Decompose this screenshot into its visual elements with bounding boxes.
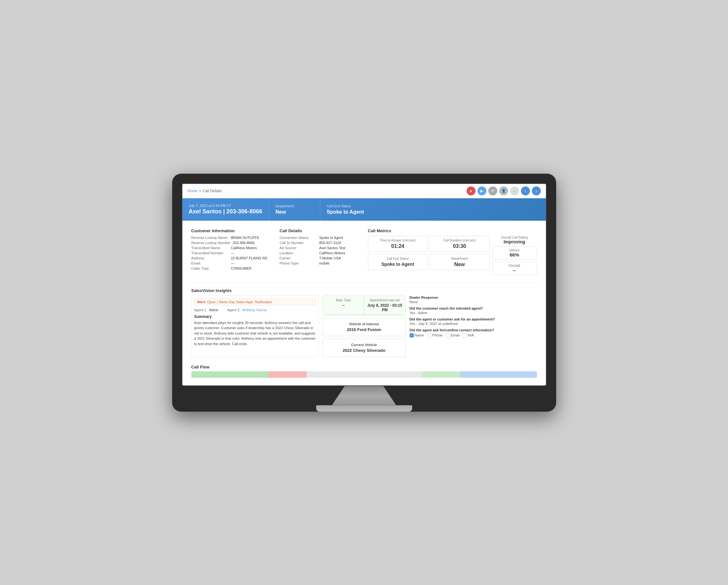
field-key: Reverse Lookup Name: — [191, 236, 230, 240]
sv-q1: Did the customer reach the intended agen… — [410, 307, 537, 315]
sv-contact-checkboxes: ✓ Name Phone Email — [410, 333, 537, 338]
call-duration-value: 03:30 — [433, 243, 486, 249]
info-row: Customer Information Reverse Lookup Name… — [187, 226, 541, 277]
checkbox-phone[interactable]: Phone — [427, 333, 443, 338]
sv-q3-text: Did the agent ask for/confirm contact in… — [410, 328, 537, 332]
email-button[interactable]: ✉ — [488, 186, 497, 195]
field-value: — — [231, 251, 235, 255]
checkbox-email[interactable]: Email — [446, 333, 460, 338]
silence-box: Silence 66% — [492, 246, 537, 260]
sv-summary-text: Auto attendant plays for roughly 30 seco… — [194, 320, 316, 347]
call-metrics-title: Call Metrics — [368, 229, 537, 233]
field-value: Axel Santos Test — [319, 246, 346, 250]
cf-segment-blue — [460, 371, 537, 378]
header-caller: Axel Santos | 203-306-8066 — [189, 208, 262, 215]
sv-dealer-response-label: Dealer Response — [410, 296, 537, 299]
main-content: Customer Information Reverse Lookup Name… — [182, 221, 546, 385]
call-details-section: Call Details Connection Status: Spoke to… — [276, 226, 364, 277]
field-value: CallRevu Motors — [319, 251, 345, 255]
overtalk-value: -- — [496, 267, 534, 273]
record-button[interactable]: ● — [467, 186, 475, 195]
prev-button[interactable]: ‹ — [521, 186, 530, 195]
checkbox-email-icon — [446, 333, 450, 338]
overall-rating-value: Improving — [492, 239, 537, 244]
field-key: Transcribed Number: — [191, 251, 230, 255]
list-item: Connection Status: Spoke to Agent — [280, 236, 360, 240]
overall-rating-label: Overall Call Rating — [492, 236, 537, 239]
sv-q2-text: Did the agent or customer ask for an app… — [410, 317, 537, 321]
sv-agent1-value: Admir — [209, 308, 218, 312]
overtalk-label: Overtalk — [496, 264, 534, 267]
field-key: Transcribed Name: — [191, 246, 230, 250]
field-value: CONSUMER — [231, 266, 252, 270]
sv-agent2-value[interactable]: Anthony Garcia — [242, 308, 266, 312]
breadcrumb-separator: > — [199, 189, 201, 193]
sv-cv-box: Current Vehicle 2022 Chevy Silverado — [322, 339, 406, 357]
metrics-grid: Time to Answer (min:sec) 01:24 Call Dura… — [368, 236, 537, 275]
sv-right-panel: Dealer Response None Did the customer re… — [410, 296, 537, 357]
sv-a2-text: Yes - July 8, 2022 at undefined — [410, 322, 537, 326]
field-key: Caller Type — [191, 266, 230, 270]
customer-info-title: Customer Information — [191, 229, 272, 233]
user-button[interactable]: 👤 — [499, 186, 508, 195]
field-value: — — [231, 261, 235, 265]
field-key: Call To Number — [280, 241, 318, 245]
sv-q1-text: Did the customer reach the intended agen… — [410, 307, 537, 310]
checkbox-email-label: Email — [451, 333, 460, 337]
call-end-status-metric-value: Spoke to Agent — [371, 262, 424, 267]
department-value: New — [276, 209, 314, 215]
sv-a1-text: Yes - Admir — [410, 311, 537, 315]
salesvision-body: Alert: Open | Same Day Sales Appt. Notif… — [191, 296, 537, 357]
department-metric-label: Department — [433, 257, 486, 260]
call-end-status-box: Call End Status Spoke to Agent — [368, 254, 428, 270]
top-nav: Home > Call Details ● ▶ ✉ 👤 ··· ‹ › — [182, 184, 546, 198]
call-details-title: Call Details — [280, 229, 360, 233]
sv-agent1: Agent 1: Admir — [194, 308, 218, 312]
breadcrumb: Home > Call Details — [187, 189, 222, 193]
sv-alert-text: Open | Same Day Sales Appt. Notification — [207, 300, 272, 304]
checkbox-phone-icon — [427, 333, 431, 338]
checkbox-na[interactable]: N/A — [463, 333, 474, 338]
customer-info-section: Customer Information Reverse Lookup Name… — [187, 226, 276, 277]
department-metric-value: New — [433, 262, 486, 267]
breadcrumb-home[interactable]: Home — [187, 189, 198, 193]
field-value: Spoke to Agent — [319, 236, 343, 240]
checkbox-phone-label: Phone — [432, 333, 443, 337]
call-end-status-metric-label: Call End Status — [371, 257, 424, 260]
customer-info-table: Reverse Lookup Name: BRIAN SUTLIFFE Reve… — [191, 236, 272, 270]
call-duration-box: Call Duration (min:sec) 03:30 — [430, 236, 490, 252]
list-item: Call To Number 855-927-3120 — [280, 241, 360, 245]
sv-dealer-response: Dealer Response None — [410, 296, 537, 304]
call-duration-label: Call Duration (min:sec) — [433, 239, 486, 242]
nav-actions: ● ▶ ✉ 👤 ··· ‹ › — [467, 186, 541, 195]
list-item: Location: CallRevu Motors — [280, 251, 360, 255]
field-key: Reverse Lookup Number: — [191, 241, 231, 245]
appt-set-col: Appointment was set July 8, 2022 - 03:15… — [364, 296, 406, 315]
appt-type-label: Appt. Type — [326, 298, 362, 302]
field-key: Email: — [191, 261, 230, 265]
checkbox-na-icon — [463, 333, 467, 338]
sv-agent2: Agent 2: Anthony Garcia — [227, 308, 266, 312]
field-value: 203-306-8066 — [233, 241, 255, 245]
play-button[interactable]: ▶ — [477, 186, 486, 195]
sv-q3: Did the agent ask for/confirm contact in… — [410, 328, 537, 338]
list-item: Caller Type CONSUMER — [191, 266, 272, 270]
header-bar: July 7, 2022 at 5:44 PM CT Axel Santos |… — [182, 198, 546, 221]
field-value: CallRevu Motors — [231, 246, 257, 250]
time-to-answer-label: Time to Answer (min:sec) — [371, 239, 424, 242]
sv-voi-label: Vehicle of Interest — [327, 322, 401, 326]
list-item: Transcribed Name: CallRevu Motors — [191, 246, 272, 250]
sv-summary-title: Summary — [194, 314, 316, 319]
call-flow-bar — [191, 371, 537, 378]
next-button[interactable]: › — [532, 186, 541, 195]
department-box: Department New — [430, 254, 490, 270]
department-label: Department — [276, 204, 314, 208]
checkbox-name[interactable]: ✓ Name — [410, 333, 424, 338]
sv-cv-label: Current Vehicle — [327, 343, 401, 347]
list-item: Address: 15 BURNT PLAINS RD — [191, 256, 272, 260]
time-to-answer-box: Time to Answer (min:sec) 01:24 — [368, 236, 428, 252]
more-button[interactable]: ··· — [510, 186, 519, 195]
header-date: July 7, 2022 at 5:44 PM CT — [189, 204, 262, 208]
appt-set-value: July 8, 2022 - 03:15 PM — [367, 303, 403, 312]
field-value: mobile — [319, 261, 330, 265]
